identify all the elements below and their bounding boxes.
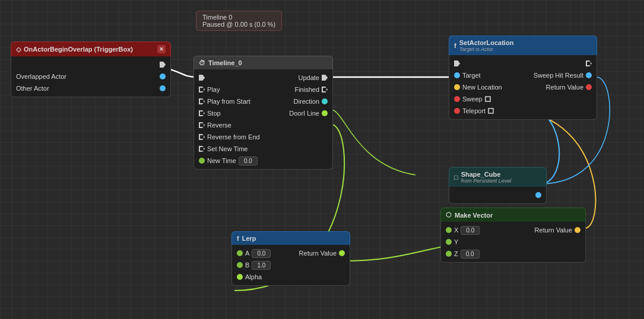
stop-exec-pin[interactable]: [199, 110, 205, 116]
timeline-title: Timeline_0: [208, 59, 242, 66]
sal-exec-in[interactable]: [454, 60, 460, 66]
doorl-label: DoorI Line: [289, 110, 319, 117]
sal-exec-out-arrow[interactable]: [586, 60, 592, 66]
lerp-return-circle[interactable]: [339, 250, 345, 256]
mv-z-circle[interactable]: [446, 251, 452, 257]
sal-teleport-pin[interactable]: Teleport: [454, 107, 494, 114]
overlapped-actor-label: Overlapped Actor: [16, 73, 66, 80]
set-new-time-exec[interactable]: [199, 146, 205, 152]
sal-target-circle[interactable]: [454, 72, 460, 78]
exec-out-right: [160, 62, 166, 68]
sal-sweep-circle[interactable]: [454, 96, 460, 102]
reverse-from-end-pin[interactable]: Reverse from End: [199, 133, 260, 141]
mv-return-circle[interactable]: [575, 227, 580, 233]
direction-pin-right[interactable]: Direction: [294, 98, 328, 105]
sal-target-pin[interactable]: Target: [454, 72, 481, 79]
timeline-node[interactable]: ⏱ Timeline_0 Update Play Finished: [193, 56, 333, 170]
sal-exec-out[interactable]: [586, 60, 592, 66]
sal-exec-row: [449, 58, 597, 69]
shape-cube-node[interactable]: □ Shape_Cube from Persistent Level: [449, 167, 547, 204]
overlapped-actor-row: Overlapped Actor: [11, 71, 170, 82]
reverse-from-end-exec[interactable]: [199, 134, 205, 140]
mv-x-input[interactable]: [461, 226, 480, 235]
lerp-node[interactable]: f Lerp A Return Value B: [231, 231, 350, 286]
overlapped-actor-pin[interactable]: [160, 74, 166, 79]
lerp-alpha-row: Alpha: [232, 271, 350, 283]
sal-return-right[interactable]: Return Value: [546, 84, 592, 91]
play-exec-pin[interactable]: [199, 87, 205, 92]
play-pin-left[interactable]: Play: [199, 86, 220, 93]
lerp-alpha-circle[interactable]: [237, 274, 243, 280]
overlapped-actor-circle[interactable]: [160, 74, 166, 79]
set-actor-header: f SetActorLocation Target is Actor: [449, 36, 597, 55]
lerp-a-circle[interactable]: [237, 250, 243, 256]
mv-z-pin[interactable]: Z: [446, 250, 480, 259]
new-time-input[interactable]: [239, 157, 258, 165]
shape-cube-pin-row: [449, 189, 546, 201]
other-actor-circle[interactable]: [160, 85, 166, 91]
timeline-update-out[interactable]: Update: [299, 74, 328, 81]
set-new-time-pin[interactable]: Set New Time: [199, 145, 248, 152]
mv-z-input[interactable]: [461, 250, 480, 259]
lerp-b-circle[interactable]: [237, 262, 243, 268]
close-button[interactable]: ✕: [157, 45, 166, 53]
play-from-start-pin[interactable]: Play from Start: [199, 98, 250, 105]
timeline-exec-in[interactable]: [199, 75, 205, 81]
exec-out-arrow[interactable]: [160, 62, 166, 68]
mv-x-circle[interactable]: [446, 227, 452, 233]
set-new-time-label: Set New Time: [207, 145, 248, 152]
play-from-start-exec[interactable]: [199, 98, 205, 104]
set-actor-body: Target Sweep Hit Result New Location Ret…: [449, 55, 597, 120]
sal-teleport-square[interactable]: [488, 108, 494, 114]
lerp-b-input[interactable]: [252, 261, 271, 270]
function-icon: f: [454, 42, 456, 49]
other-actor-pin[interactable]: [160, 85, 166, 91]
sal-target-row: Target Sweep Hit Result: [449, 69, 597, 81]
lerp-return-right[interactable]: Return Value: [299, 250, 345, 257]
variable-icon: □: [454, 174, 458, 181]
new-time-circle[interactable]: [199, 158, 205, 164]
sal-new-location-circle[interactable]: [454, 84, 460, 90]
mv-return-right[interactable]: Return Value: [535, 227, 580, 234]
lerp-icon: f: [237, 235, 239, 242]
finished-pin-right[interactable]: Finished: [294, 86, 328, 93]
reverse-pin[interactable]: Reverse: [199, 122, 231, 129]
sal-sweep-square[interactable]: [485, 96, 491, 102]
sal-new-location-pin[interactable]: New Location: [454, 84, 502, 91]
timeline-body: Update Play Finished Play from Start Dir…: [193, 69, 333, 170]
finished-exec-pin[interactable]: [322, 87, 328, 92]
mv-x-pin[interactable]: X: [446, 226, 480, 235]
sal-sweep-pin[interactable]: Sweep: [454, 95, 491, 103]
shape-cube-circle[interactable]: [535, 192, 541, 198]
set-actor-location-node[interactable]: f SetActorLocation Target is Actor Targe…: [449, 36, 597, 120]
lerp-a-input[interactable]: [252, 249, 271, 258]
mv-y-circle[interactable]: [446, 239, 452, 245]
sal-teleport-row: Teleport: [449, 105, 597, 117]
doorl-pin-right[interactable]: DoorI Line: [289, 110, 328, 117]
update-pin[interactable]: [322, 75, 328, 81]
lerp-a-pin[interactable]: A: [237, 249, 271, 258]
set-actor-subtitle: Target is Actor: [459, 46, 514, 52]
sal-sweep-hit-right[interactable]: Sweep Hit Result: [534, 72, 592, 79]
timeline-exec-in-arrow[interactable]: [199, 75, 205, 81]
sal-exec-in-arrow[interactable]: [454, 60, 460, 66]
lerp-alpha-pin[interactable]: Alpha: [237, 273, 262, 280]
direction-pin[interactable]: [322, 98, 328, 104]
mv-return-label: Return Value: [535, 227, 572, 234]
other-actor-text: Other Actor: [16, 85, 49, 92]
sal-return-pin[interactable]: [586, 84, 592, 90]
event-exec-row: [11, 59, 170, 71]
stop-pin[interactable]: Stop: [199, 110, 221, 117]
shape-cube-out-pin[interactable]: [454, 192, 541, 198]
make-vector-node[interactable]: ⬡ Make Vector X Return Value Y: [440, 208, 586, 263]
new-time-pin[interactable]: New Time: [199, 157, 258, 165]
doorl-pin[interactable]: [322, 110, 328, 116]
mv-y-pin[interactable]: Y: [446, 238, 458, 245]
event-node-overlap[interactable]: ◇ OnActorBeginOverlap (TriggerBox) ✕ Ove…: [11, 42, 171, 97]
event-node-body: Overlapped Actor Other Actor: [11, 56, 171, 97]
sweep-hit-pin[interactable]: [586, 72, 592, 78]
lerp-b-pin[interactable]: B: [237, 261, 271, 270]
mv-z-row: Z: [441, 248, 585, 260]
sal-teleport-circle[interactable]: [454, 108, 460, 114]
reverse-exec-pin[interactable]: [199, 122, 205, 128]
